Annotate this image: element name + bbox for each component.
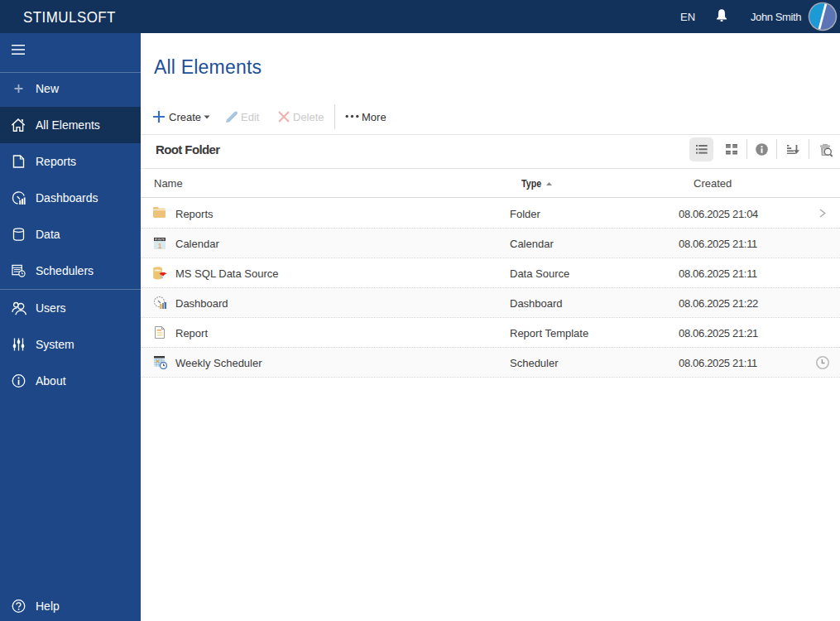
svg-text:1: 1 <box>158 241 162 249</box>
